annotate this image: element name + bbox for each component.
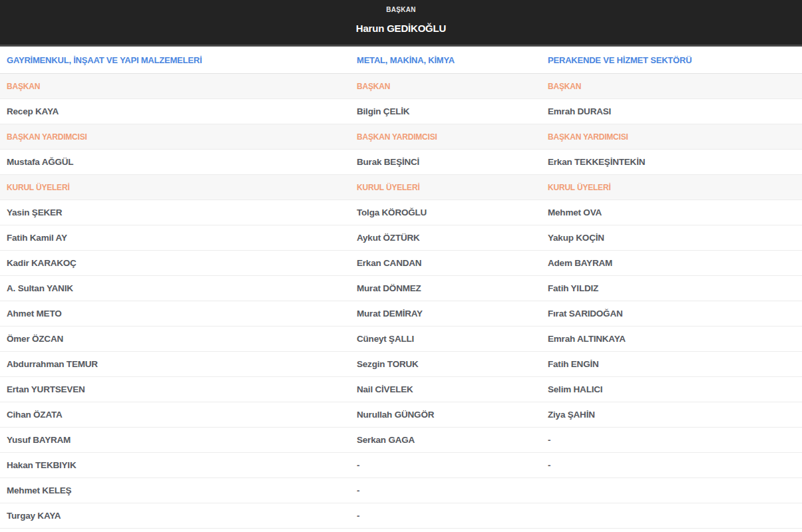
member-name: Turgay KAYA: [0, 511, 350, 521]
member-name: -: [350, 511, 541, 521]
member-row: Ertan YURTSEVENNail CİVELEKSelim HALICI: [0, 377, 802, 402]
member-name: Selim HALICI: [541, 384, 802, 394]
section-label: BAŞKAN: [541, 82, 802, 91]
member-name: Adem BAYRAM: [541, 258, 802, 268]
chairman-name: Harun GEDİKOĞLU: [356, 23, 446, 35]
member-name: Nurullah GÜNGÖR: [350, 410, 541, 420]
board-rows: BAŞKANBAŞKANBAŞKANRecep KAYABilgin ÇELİK…: [0, 74, 802, 529]
section-label: BAŞKAN YARDIMCISI: [0, 132, 350, 142]
member-row: A. Sultan YANIKMurat DÖNMEZFatih YILDIZ: [0, 276, 802, 301]
section-label: BAŞKAN YARDIMCISI: [541, 132, 802, 142]
member-name: Mehmet KELEŞ: [0, 485, 350, 495]
member-name: Abdurrahman TEMUR: [0, 359, 350, 369]
member-name: -: [350, 460, 541, 470]
board-structure-page: BAŞKAN Harun GEDİKOĞLU GAYRİMENKUL, İNŞA…: [0, 0, 802, 529]
member-name: Mustafa AĞGÜL: [0, 157, 350, 167]
member-name: Ahmet METO: [0, 309, 350, 319]
section-label: BAŞKAN: [350, 82, 541, 91]
member-row: Recep KAYABilgin ÇELİKEmrah DURASI: [0, 99, 802, 124]
section-label: KURUL ÜYELERİ: [541, 183, 802, 192]
member-row: Mustafa AĞGÜLBurak BEŞİNCİErkan TEKKEŞİN…: [0, 150, 802, 175]
member-name: Ertan YURTSEVEN: [0, 384, 350, 394]
member-name: -: [541, 435, 802, 445]
member-row: Abdurrahman TEMURSezgin TORUKFatih ENGİN: [0, 352, 802, 377]
member-name: Cihan ÖZATA: [0, 410, 350, 420]
member-row: Fatih Kamil AYAykut ÖZTÜRKYakup KOÇİN: [0, 225, 802, 251]
member-name: Emrah DURASI: [541, 106, 802, 116]
chairman-banner: BAŞKAN Harun GEDİKOĞLU: [0, 0, 802, 47]
section-label: KURUL ÜYELERİ: [0, 183, 350, 192]
column-title-metal[interactable]: METAL, MAKİNA, KİMYA: [350, 55, 541, 65]
section-label: BAŞKAN: [0, 82, 350, 91]
section-label: BAŞKAN YARDIMCISI: [350, 132, 541, 142]
member-name: Aykut ÖZTÜRK: [350, 233, 541, 243]
member-row: Yasin ŞEKERTolga KÖROĞLUMehmet OVA: [0, 200, 802, 225]
member-name: Mehmet OVA: [541, 207, 802, 217]
column-title-gayrimenkul[interactable]: GAYRİMENKUL, İNŞAAT VE YAPI MALZEMELERİ: [0, 55, 350, 65]
member-name: Cüneyt ŞALLI: [350, 334, 541, 344]
member-name: Kadir KARAKOÇ: [0, 258, 350, 268]
member-name: Ziya ŞAHİN: [541, 410, 802, 420]
member-name: Murat DEMİRAY: [350, 309, 541, 319]
section-label: KURUL ÜYELERİ: [350, 183, 541, 192]
member-name: Recep KAYA: [0, 106, 350, 116]
member-row: Cihan ÖZATANurullah GÜNGÖRZiya ŞAHİN: [0, 402, 802, 428]
member-name: Fatih ENGİN: [541, 359, 802, 369]
member-row: Mehmet KELEŞ-: [0, 478, 802, 503]
member-name: Serkan GAGA: [350, 435, 541, 445]
member-name: Emrah ALTINKAYA: [541, 334, 802, 344]
section-label-row: BAŞKANBAŞKANBAŞKAN: [0, 74, 802, 99]
section-label-row: KURUL ÜYELERİKURUL ÜYELERİKURUL ÜYELERİ: [0, 175, 802, 200]
member-row: Ahmet METOMurat DEMİRAYFırat SARIDOĞAN: [0, 301, 802, 327]
chairman-role-label: BAŞKAN: [386, 6, 416, 14]
member-name: Yakup KOÇİN: [541, 233, 802, 243]
member-name: Burak BEŞİNCİ: [350, 157, 541, 167]
member-name: A. Sultan YANIK: [0, 283, 350, 293]
member-name: -: [350, 485, 541, 495]
member-name: Hakan TEKBIYIK: [0, 460, 350, 470]
member-name: -: [541, 460, 802, 470]
member-name: Yusuf BAYRAM: [0, 435, 350, 445]
member-name: Bilgin ÇELİK: [350, 106, 541, 116]
member-name: Erkan TEKKEŞİNTEKİN: [541, 157, 802, 167]
member-row: Hakan TEKBIYIK--: [0, 453, 802, 478]
member-row: Yusuf BAYRAMSerkan GAGA-: [0, 428, 802, 453]
member-name: Fatih Kamil AY: [0, 233, 350, 243]
section-label-row: BAŞKAN YARDIMCISIBAŞKAN YARDIMCISIBAŞKAN…: [0, 124, 802, 150]
member-name: Fırat SARIDOĞAN: [541, 309, 802, 319]
member-name: Sezgin TORUK: [350, 359, 541, 369]
member-name: Tolga KÖROĞLU: [350, 207, 541, 217]
member-name: Ömer ÖZCAN: [0, 334, 350, 344]
sector-boards-table: GAYRİMENKUL, İNŞAAT VE YAPI MALZEMELERİ …: [0, 47, 802, 529]
column-title-perakende[interactable]: PERAKENDE VE HİZMET SEKTÖRÜ: [541, 55, 802, 65]
member-row: Ömer ÖZCANCüneyt ŞALLIEmrah ALTINKAYA: [0, 327, 802, 352]
member-name: Erkan CANDAN: [350, 258, 541, 268]
member-row: Turgay KAYA-: [0, 503, 802, 529]
member-name: Fatih YILDIZ: [541, 283, 802, 293]
member-name: Yasin ŞEKER: [0, 207, 350, 217]
member-row: Kadir KARAKOÇErkan CANDANAdem BAYRAM: [0, 251, 802, 276]
member-name: Murat DÖNMEZ: [350, 283, 541, 293]
column-titles-row: GAYRİMENKUL, İNŞAAT VE YAPI MALZEMELERİ …: [0, 47, 802, 74]
member-name: Nail CİVELEK: [350, 384, 541, 394]
